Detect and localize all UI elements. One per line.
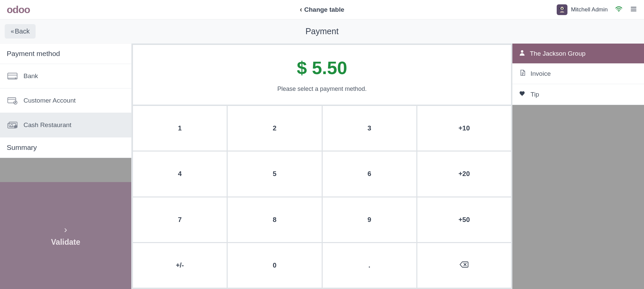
- numpad-6[interactable]: 6: [323, 152, 416, 196]
- svg-point-4: [563, 8, 564, 9]
- numpad-plusminus[interactable]: +/-: [133, 243, 227, 288]
- secondbar: « Back Payment: [0, 19, 644, 44]
- logo: odoo: [7, 4, 30, 15]
- main: Payment method Bank Customer Account Cas…: [0, 44, 644, 289]
- chevron-left-icon: ‹: [300, 5, 302, 14]
- topbar-right: Mitchell Admin: [557, 4, 637, 15]
- topbar-left: odoo: [7, 4, 30, 15]
- payment-method-label: Bank: [24, 72, 38, 80]
- numpad-dot[interactable]: .: [323, 243, 416, 288]
- back-label: Back: [15, 27, 30, 35]
- cash-icon: [7, 121, 17, 129]
- svg-point-3: [560, 8, 561, 9]
- payment-method-bank[interactable]: Bank: [0, 64, 131, 89]
- numpad-4[interactable]: 4: [133, 152, 227, 196]
- change-table-label: Change table: [304, 6, 344, 13]
- amount-hint: Please select a payment method.: [277, 85, 367, 93]
- numpad-7[interactable]: 7: [133, 197, 227, 242]
- validate-label: Validate: [51, 238, 80, 247]
- numpad-5[interactable]: 5: [228, 152, 321, 196]
- svg-rect-2: [559, 8, 565, 9]
- payment-method-label: Customer Account: [24, 97, 76, 104]
- change-table-button[interactable]: ‹ Change table: [300, 5, 344, 14]
- card-icon: [7, 72, 17, 80]
- customer-name-label: The Jackson Group: [530, 50, 586, 57]
- tip-button[interactable]: Tip: [512, 84, 644, 105]
- tip-label: Tip: [531, 91, 539, 98]
- payment-method-label: Cash Restaurant: [24, 121, 72, 129]
- center-column: $ 5.50 Please select a payment method. 1…: [132, 44, 512, 289]
- summary-header: Summary: [0, 137, 131, 158]
- person-icon: [519, 50, 525, 57]
- numpad-plus10[interactable]: +10: [417, 106, 511, 151]
- payment-method-customer-account[interactable]: Customer Account: [0, 89, 131, 113]
- numpad-3[interactable]: 3: [323, 106, 416, 151]
- summary-empty: [0, 158, 131, 182]
- double-chevron-left-icon: «: [11, 28, 13, 35]
- numpad-plus20[interactable]: +20: [417, 152, 511, 196]
- wifi-icon[interactable]: [615, 5, 623, 14]
- svg-point-5: [618, 10, 619, 11]
- numpad-8[interactable]: 8: [228, 197, 321, 242]
- invoice-label: Invoice: [531, 70, 551, 77]
- page-title: Payment: [306, 26, 339, 36]
- payment-method-list: Bank Customer Account Cash Restaurant: [0, 64, 131, 137]
- right-column: The Jackson Group Invoice Tip: [512, 44, 644, 289]
- avatar-icon: [557, 4, 567, 15]
- numpad: 1 2 3 +10 4 5 6 +20 7 8 9 +50 +/- 0 .: [133, 106, 511, 288]
- back-button[interactable]: « Back: [5, 24, 36, 39]
- numpad-2[interactable]: 2: [228, 106, 321, 151]
- card-clock-icon: [7, 97, 17, 105]
- document-icon: [519, 69, 526, 78]
- validate-button[interactable]: › Validate: [0, 182, 131, 289]
- invoice-button[interactable]: Invoice: [512, 63, 644, 84]
- username-label: Mitchell Admin: [571, 6, 608, 13]
- user-menu[interactable]: Mitchell Admin: [557, 4, 608, 15]
- svg-rect-13: [8, 98, 16, 103]
- backspace-icon: [460, 261, 468, 270]
- numpad-9[interactable]: 9: [323, 197, 416, 242]
- topbar: odoo ‹ Change table Mitchell Admin: [0, 0, 644, 19]
- numpad-backspace[interactable]: [417, 243, 511, 288]
- chevron-right-icon: ›: [64, 224, 67, 235]
- payment-method-header: Payment method: [0, 44, 131, 64]
- hamburger-menu-icon[interactable]: [630, 5, 637, 14]
- numpad-0[interactable]: 0: [228, 243, 321, 288]
- heart-icon: [519, 90, 526, 99]
- amount-display: $ 5.50: [297, 57, 347, 78]
- svg-point-12: [15, 78, 16, 78]
- amount-box: $ 5.50 Please select a payment method.: [133, 45, 511, 105]
- svg-point-25: [521, 50, 523, 53]
- customer-button[interactable]: The Jackson Group: [512, 44, 644, 63]
- left-column: Payment method Bank Customer Account Cas…: [0, 44, 132, 289]
- payment-method-cash-restaurant[interactable]: Cash Restaurant: [0, 113, 131, 137]
- numpad-plus50[interactable]: +50: [417, 197, 511, 242]
- numpad-1[interactable]: 1: [133, 106, 227, 151]
